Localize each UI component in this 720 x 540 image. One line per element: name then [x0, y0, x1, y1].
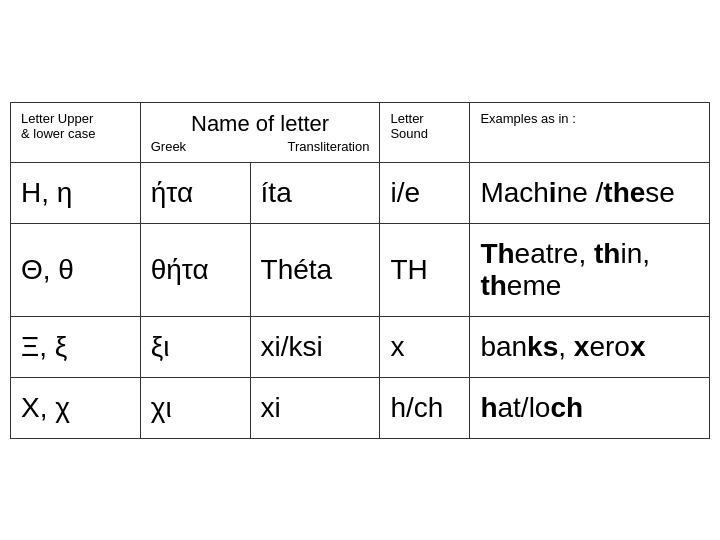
bold-th2: th [594, 238, 620, 269]
header-letter-line2: & lower case [21, 126, 95, 141]
greek-chi: χι [140, 377, 250, 438]
table-row: Η, η ήτα íta i/e Machine /these [11, 162, 710, 223]
header-letter-line1: Letter Upper [21, 111, 93, 126]
bold-th3: th [480, 270, 506, 301]
sound-chi: h/ch [380, 377, 470, 438]
sound-theta: TH [380, 223, 470, 316]
letter-xi: Ξ, ξ [11, 316, 141, 377]
bold-i: i [549, 177, 557, 208]
letter-chi: Χ, χ [11, 377, 141, 438]
bold-ks: ks [527, 331, 558, 362]
examples-eta: Machine /these [470, 162, 710, 223]
name-of-letter-heading: Name of letter [151, 111, 370, 137]
bold-the: the [603, 177, 645, 208]
sound-header-text: Letter Sound [390, 111, 428, 141]
sound-eta: i/e [380, 162, 470, 223]
bold-ch: ch [550, 392, 583, 423]
name-subheader: Greek Transliteration [151, 139, 370, 154]
header-letter-col: Letter Upper & lower case [11, 102, 141, 162]
bold-x2: x [630, 331, 646, 362]
letter-theta: Θ, θ [11, 223, 141, 316]
letter-eta: Η, η [11, 162, 141, 223]
main-table-wrapper: Letter Upper & lower case Name of letter… [10, 102, 710, 439]
translit-xi: xi/ksi [250, 316, 380, 377]
translit-subheader: Transliteration [288, 139, 370, 154]
bold-th1: Th [480, 238, 514, 269]
translit-chi: xi [250, 377, 380, 438]
greek-subheader: Greek [151, 139, 186, 154]
table-row: Ξ, ξ ξι xi/ksi x banks, xerox [11, 316, 710, 377]
greek-eta: ήτα [140, 162, 250, 223]
examples-theta: Theatre, thin, theme [470, 223, 710, 316]
table-row: Χ, χ χι xi h/ch hat/loch [11, 377, 710, 438]
greek-theta: θήτα [140, 223, 250, 316]
examples-xi: banks, xerox [470, 316, 710, 377]
sound-xi: x [380, 316, 470, 377]
header-name-col: Name of letter Greek Transliteration [140, 102, 380, 162]
bold-x: x [574, 331, 590, 362]
translit-eta: íta [250, 162, 380, 223]
greek-letters-table: Letter Upper & lower case Name of letter… [10, 102, 710, 439]
greek-xi: ξι [140, 316, 250, 377]
header-sound-col: Letter Sound [380, 102, 470, 162]
table-row: Θ, θ θήτα Théta TH Theatre, thin, theme [11, 223, 710, 316]
header-row: Letter Upper & lower case Name of letter… [11, 102, 710, 162]
examples-header-text: Examples as in : [480, 111, 575, 126]
examples-chi: hat/loch [470, 377, 710, 438]
header-examples-col: Examples as in : [470, 102, 710, 162]
bold-h: h [480, 392, 497, 423]
translit-theta: Théta [250, 223, 380, 316]
